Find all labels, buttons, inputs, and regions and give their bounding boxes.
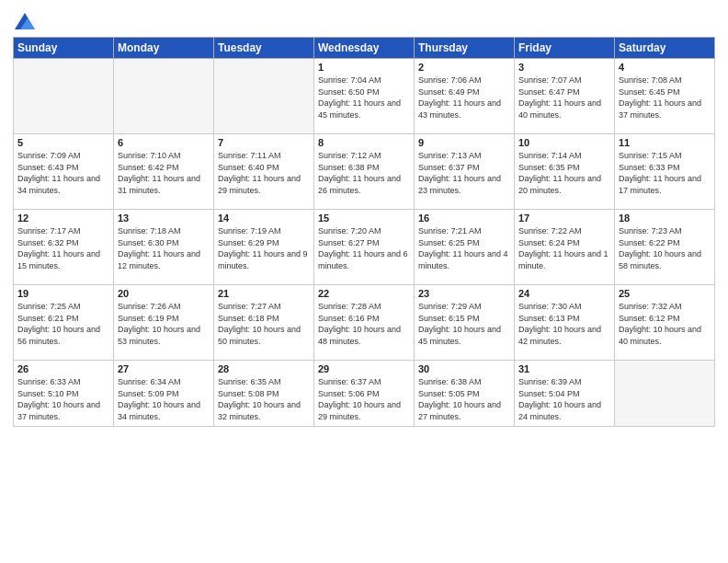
calendar-cell: 9Sunrise: 7:13 AM Sunset: 6:37 PM Daylig… [415, 134, 515, 210]
day-info: Sunrise: 6:39 AM Sunset: 5:04 PM Dayligh… [518, 376, 610, 422]
day-info: Sunrise: 7:06 AM Sunset: 6:49 PM Dayligh… [418, 75, 510, 121]
weekday-header-monday: Monday [114, 38, 214, 59]
calendar-cell: 29Sunrise: 6:37 AM Sunset: 5:06 PM Dayli… [314, 361, 415, 427]
logo-icon [15, 13, 35, 29]
calendar-cell: 20Sunrise: 7:26 AM Sunset: 6:19 PM Dayli… [114, 285, 214, 361]
day-info: Sunrise: 7:30 AM Sunset: 6:13 PM Dayligh… [518, 301, 610, 347]
calendar-cell: 28Sunrise: 6:35 AM Sunset: 5:08 PM Dayli… [214, 361, 314, 427]
day-number: 27 [118, 363, 210, 374]
day-number: 5 [17, 137, 109, 148]
day-info: Sunrise: 6:35 AM Sunset: 5:08 PM Dayligh… [218, 376, 310, 422]
calendar-cell: 14Sunrise: 7:19 AM Sunset: 6:29 PM Dayli… [214, 210, 314, 285]
weekday-header-friday: Friday [515, 38, 615, 59]
day-number: 14 [218, 213, 310, 224]
weekday-header-row: SundayMondayTuesdayWednesdayThursdayFrid… [14, 38, 715, 59]
day-number: 7 [218, 137, 310, 148]
calendar-cell: 11Sunrise: 7:15 AM Sunset: 6:33 PM Dayli… [615, 134, 715, 210]
day-info: Sunrise: 7:19 AM Sunset: 6:29 PM Dayligh… [218, 225, 310, 271]
weekday-header-saturday: Saturday [615, 38, 715, 59]
calendar-cell: 8Sunrise: 7:12 AM Sunset: 6:38 PM Daylig… [314, 134, 415, 210]
day-info: Sunrise: 6:38 AM Sunset: 5:05 PM Dayligh… [418, 376, 510, 422]
day-number: 1 [318, 62, 410, 73]
calendar-cell [114, 59, 214, 134]
day-number: 17 [518, 213, 610, 224]
calendar-cell: 12Sunrise: 7:17 AM Sunset: 6:32 PM Dayli… [14, 210, 114, 285]
day-info: Sunrise: 7:25 AM Sunset: 6:21 PM Dayligh… [17, 301, 109, 347]
day-info: Sunrise: 7:08 AM Sunset: 6:45 PM Dayligh… [619, 75, 711, 121]
day-number: 24 [518, 288, 610, 299]
day-number: 30 [418, 363, 510, 374]
weekday-header-tuesday: Tuesday [214, 38, 314, 59]
day-info: Sunrise: 7:14 AM Sunset: 6:35 PM Dayligh… [518, 150, 610, 196]
calendar-cell: 27Sunrise: 6:34 AM Sunset: 5:09 PM Dayli… [114, 361, 214, 427]
day-info: Sunrise: 7:22 AM Sunset: 6:24 PM Dayligh… [518, 225, 610, 271]
weekday-header-thursday: Thursday [415, 38, 515, 59]
day-number: 12 [17, 213, 109, 224]
weekday-header-wednesday: Wednesday [314, 38, 415, 59]
week-row-5: 26Sunrise: 6:33 AM Sunset: 5:10 PM Dayli… [14, 361, 715, 427]
day-info: Sunrise: 7:23 AM Sunset: 6:22 PM Dayligh… [619, 225, 711, 271]
day-number: 29 [318, 363, 410, 374]
day-info: Sunrise: 6:33 AM Sunset: 5:10 PM Dayligh… [17, 376, 109, 422]
calendar-cell [615, 361, 715, 427]
day-number: 9 [418, 137, 510, 148]
calendar-cell: 17Sunrise: 7:22 AM Sunset: 6:24 PM Dayli… [515, 210, 615, 285]
day-number: 18 [619, 213, 711, 224]
day-number: 25 [619, 288, 711, 299]
day-info: Sunrise: 7:04 AM Sunset: 6:50 PM Dayligh… [318, 75, 410, 121]
calendar-table: SundayMondayTuesdayWednesdayThursdayFrid… [13, 37, 715, 427]
calendar-cell: 23Sunrise: 7:29 AM Sunset: 6:15 PM Dayli… [415, 285, 515, 361]
calendar-cell: 25Sunrise: 7:32 AM Sunset: 6:12 PM Dayli… [615, 285, 715, 361]
calendar-cell: 3Sunrise: 7:07 AM Sunset: 6:47 PM Daylig… [515, 59, 615, 134]
day-info: Sunrise: 7:27 AM Sunset: 6:18 PM Dayligh… [218, 301, 310, 347]
day-info: Sunrise: 7:18 AM Sunset: 6:30 PM Dayligh… [118, 225, 210, 271]
calendar-cell: 24Sunrise: 7:30 AM Sunset: 6:13 PM Dayli… [515, 285, 615, 361]
day-info: Sunrise: 7:10 AM Sunset: 6:42 PM Dayligh… [118, 150, 210, 196]
calendar-cell: 26Sunrise: 6:33 AM Sunset: 5:10 PM Dayli… [14, 361, 114, 427]
day-number: 21 [218, 288, 310, 299]
day-info: Sunrise: 7:20 AM Sunset: 6:27 PM Dayligh… [318, 225, 410, 271]
day-number: 23 [418, 288, 510, 299]
day-number: 8 [318, 137, 410, 148]
calendar-cell: 22Sunrise: 7:28 AM Sunset: 6:16 PM Dayli… [314, 285, 415, 361]
day-number: 4 [619, 62, 711, 73]
week-row-1: 1Sunrise: 7:04 AM Sunset: 6:50 PM Daylig… [14, 59, 715, 134]
calendar-cell: 4Sunrise: 7:08 AM Sunset: 6:45 PM Daylig… [615, 59, 715, 134]
day-info: Sunrise: 6:37 AM Sunset: 5:06 PM Dayligh… [318, 376, 410, 422]
day-number: 15 [318, 213, 410, 224]
day-info: Sunrise: 7:32 AM Sunset: 6:12 PM Dayligh… [619, 301, 711, 347]
calendar-cell: 2Sunrise: 7:06 AM Sunset: 6:49 PM Daylig… [415, 59, 515, 134]
calendar-cell: 13Sunrise: 7:18 AM Sunset: 6:30 PM Dayli… [114, 210, 214, 285]
header [13, 9, 715, 31]
day-number: 13 [118, 213, 210, 224]
day-number: 16 [418, 213, 510, 224]
calendar-cell [14, 59, 114, 134]
day-info: Sunrise: 7:26 AM Sunset: 6:19 PM Dayligh… [118, 301, 210, 347]
day-number: 10 [518, 137, 610, 148]
calendar-cell: 5Sunrise: 7:09 AM Sunset: 6:43 PM Daylig… [14, 134, 114, 210]
calendar-cell: 1Sunrise: 7:04 AM Sunset: 6:50 PM Daylig… [314, 59, 415, 134]
calendar-container: SundayMondayTuesdayWednesdayThursdayFrid… [0, 0, 728, 563]
week-row-2: 5Sunrise: 7:09 AM Sunset: 6:43 PM Daylig… [14, 134, 715, 210]
day-number: 28 [218, 363, 310, 374]
day-number: 19 [17, 288, 109, 299]
calendar-cell: 30Sunrise: 6:38 AM Sunset: 5:05 PM Dayli… [415, 361, 515, 427]
calendar-cell: 16Sunrise: 7:21 AM Sunset: 6:25 PM Dayli… [415, 210, 515, 285]
calendar-cell: 6Sunrise: 7:10 AM Sunset: 6:42 PM Daylig… [114, 134, 214, 210]
day-number: 26 [17, 363, 109, 374]
day-number: 6 [118, 137, 210, 148]
day-info: Sunrise: 7:12 AM Sunset: 6:38 PM Dayligh… [318, 150, 410, 196]
day-info: Sunrise: 7:17 AM Sunset: 6:32 PM Dayligh… [17, 225, 109, 271]
calendar-cell: 10Sunrise: 7:14 AM Sunset: 6:35 PM Dayli… [515, 134, 615, 210]
logo [13, 13, 35, 31]
calendar-cell: 31Sunrise: 6:39 AM Sunset: 5:04 PM Dayli… [515, 361, 615, 427]
calendar-cell: 15Sunrise: 7:20 AM Sunset: 6:27 PM Dayli… [314, 210, 415, 285]
day-number: 3 [518, 62, 610, 73]
day-number: 2 [418, 62, 510, 73]
calendar-cell [214, 59, 314, 134]
day-info: Sunrise: 7:15 AM Sunset: 6:33 PM Dayligh… [619, 150, 711, 196]
day-info: Sunrise: 7:13 AM Sunset: 6:37 PM Dayligh… [418, 150, 510, 196]
day-info: Sunrise: 6:34 AM Sunset: 5:09 PM Dayligh… [118, 376, 210, 422]
day-info: Sunrise: 7:11 AM Sunset: 6:40 PM Dayligh… [218, 150, 310, 196]
day-info: Sunrise: 7:21 AM Sunset: 6:25 PM Dayligh… [418, 225, 510, 271]
